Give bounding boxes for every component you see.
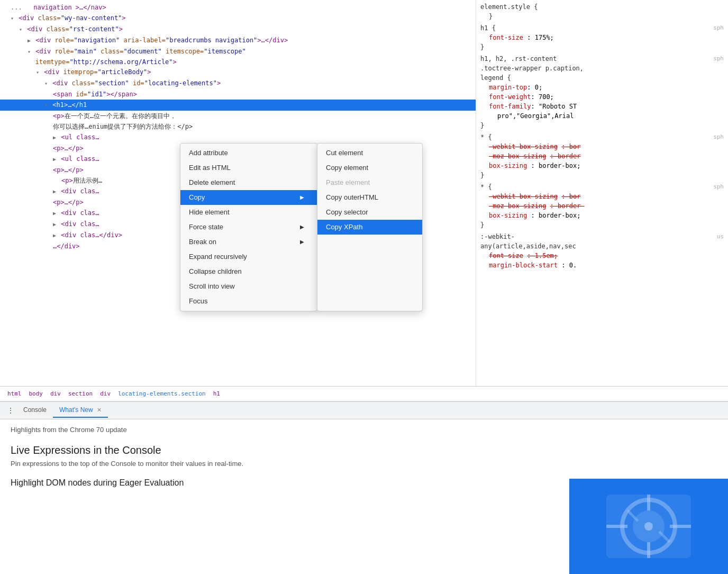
menu-item-copy-xpath[interactable]: Copy XPath bbox=[317, 220, 422, 235]
breadcrumb-bar: html body div section div locating-eleme… bbox=[0, 387, 728, 401]
devtools-container: ... navigation >…</nav> ▾ <div class="wy… bbox=[0, 0, 728, 574]
breadcrumb-locating-section[interactable]: locating-elements.section bbox=[115, 389, 209, 398]
menu-item-copy[interactable]: Copy ▶ bbox=[180, 190, 317, 205]
submenu-arrow-icon: ▶ bbox=[300, 237, 304, 247]
triangle-icon: ▾ bbox=[11, 15, 14, 21]
css-panel: element.style { } h1 { sph font-size : 1… bbox=[476, 0, 728, 386]
top-panel: ... navigation >…</nav> ▾ <div class="wy… bbox=[0, 0, 728, 387]
menu-item-copy-element[interactable]: Copy element bbox=[317, 160, 422, 175]
dots-icon: ⋮ bbox=[7, 406, 14, 415]
breadcrumb-h1[interactable]: h1 bbox=[210, 389, 223, 398]
menu-item-paste-element: Paste element bbox=[317, 175, 422, 190]
dom-line[interactable]: ▾ <div class="section" id="locating-elem… bbox=[0, 78, 476, 89]
bottom-tabs-bar: ⋮ Console What's New ✕ bbox=[0, 401, 728, 419]
breadcrumb-div[interactable]: div bbox=[47, 389, 64, 398]
dom-line[interactable]: ▾ <div class="rst-content"> bbox=[0, 24, 476, 35]
menu-item-delete-element[interactable]: Delete element bbox=[180, 175, 317, 190]
triangle-icon: ▾ bbox=[19, 26, 22, 32]
menu-item-collapse-children[interactable]: Collapse children bbox=[180, 264, 317, 279]
css-rule: :-webkit- us any(article,aside,nav,sec f… bbox=[480, 232, 724, 270]
dom-line[interactable]: ▾ <div role="main" class="document" item… bbox=[0, 46, 476, 57]
menu-item-hide-element[interactable]: Hide element bbox=[180, 205, 317, 220]
triangle-icon: ▶ bbox=[53, 210, 56, 216]
context-menu: Add attribute Edit as HTML Delete elemen… bbox=[180, 143, 317, 311]
live-expressions-title: Live Expressions in the Console bbox=[11, 444, 717, 456]
whats-new-header-text: Highlights from the Chrome 70 update bbox=[11, 426, 717, 434]
menu-item-add-attribute[interactable]: Add attribute bbox=[180, 146, 317, 160]
dots-icon: ... bbox=[11, 4, 22, 11]
menu-item-copy-outerhtml[interactable]: Copy outerHTML bbox=[317, 190, 422, 205]
submenu-arrow-icon: ▶ bbox=[300, 193, 304, 202]
triangle-icon: ▶ bbox=[53, 221, 56, 227]
triangle-icon: ▶ bbox=[53, 134, 56, 140]
copy-submenu: Cut element Copy element Paste element C… bbox=[317, 143, 423, 311]
triangle-icon: ▾ bbox=[36, 69, 39, 75]
feature-image bbox=[569, 479, 728, 574]
tab-whats-new[interactable]: What's New ✕ bbox=[53, 403, 108, 418]
breadcrumb-section[interactable]: section bbox=[65, 389, 96, 398]
breadcrumb-html[interactable]: html bbox=[4, 389, 25, 398]
dom-line[interactable]: ... navigation >…</nav> bbox=[0, 2, 476, 13]
css-rule: h1 { sph font-size : 175%; } bbox=[480, 23, 724, 52]
whats-new-panel: Highlights from the Chrome 70 update Liv… bbox=[0, 419, 728, 574]
menu-item-scroll-into-view[interactable]: Scroll into view bbox=[180, 279, 317, 294]
triangle-icon: ▶ bbox=[53, 232, 56, 238]
menu-item-edit-as-html[interactable]: Edit as HTML bbox=[180, 160, 317, 175]
menu-item-focus[interactable]: Focus bbox=[180, 294, 317, 309]
submenu-arrow-icon: ▶ bbox=[300, 222, 304, 232]
triangle-icon: ▶ bbox=[28, 38, 31, 43]
dom-line[interactable]: <p>在一个页…位一个元素。在你的项目中， bbox=[0, 111, 476, 121]
dom-line[interactable]: 你可以选择…enium提供了下列的方法给你：</p> bbox=[0, 121, 476, 132]
svg-point-7 bbox=[644, 522, 653, 531]
live-expressions-desc: Pin expressions to the top of the Consol… bbox=[11, 460, 717, 468]
triangle-icon: ▾ bbox=[44, 80, 48, 86]
menu-item-expand-recursively[interactable]: Expand recursively bbox=[180, 249, 317, 264]
triangle-icon: ▶ bbox=[53, 189, 56, 194]
dom-line[interactable]: <span id="id1"></span> bbox=[0, 89, 476, 100]
breadcrumb-div2[interactable]: div bbox=[97, 389, 114, 398]
triangle-icon: ▾ bbox=[28, 49, 31, 55]
tab-console[interactable]: Console bbox=[17, 403, 53, 418]
dom-panel: ... navigation >…</nav> ▾ <div class="wy… bbox=[0, 0, 476, 386]
tab-close-icon[interactable]: ✕ bbox=[97, 407, 102, 413]
css-rule: * { sph -webkit-box-sizing : bor -moz-bo… bbox=[480, 132, 724, 180]
more-tabs-button[interactable]: ⋮ bbox=[4, 404, 17, 417]
menu-item-copy-selector[interactable]: Copy selector bbox=[317, 205, 422, 220]
dom-line[interactable]: ▾ <div class="wy-nav-content"> bbox=[0, 13, 476, 24]
menu-item-force-state[interactable]: Force state ▶ bbox=[180, 220, 317, 235]
menu-item-cut-element[interactable]: Cut element bbox=[317, 146, 422, 160]
dom-line[interactable]: ▾ <div itemprop="articleBody"> bbox=[0, 67, 476, 78]
css-rule: * { sph -webkit-box-sizing : bor -moz-bo… bbox=[480, 182, 724, 230]
css-rule: h1, h2, .rst-content sph .toctree-wrappe… bbox=[480, 54, 724, 130]
dom-line[interactable]: ▶ <div role="navigation" aria-label="bre… bbox=[0, 35, 476, 46]
triangle-icon: ▶ bbox=[53, 156, 56, 162]
dom-line-highlighted[interactable]: ▾ <h1>…</h1 bbox=[0, 100, 476, 111]
context-menu-overlay: Add attribute Edit as HTML Delete elemen… bbox=[180, 143, 423, 311]
triangle-icon: ▾ bbox=[44, 102, 48, 108]
dom-line[interactable]: ▶ <ul class… bbox=[0, 132, 476, 143]
breadcrumb-body[interactable]: body bbox=[26, 389, 47, 398]
menu-item-break-on[interactable]: Break on ▶ bbox=[180, 235, 317, 249]
css-rule: element.style { } bbox=[480, 2, 724, 21]
